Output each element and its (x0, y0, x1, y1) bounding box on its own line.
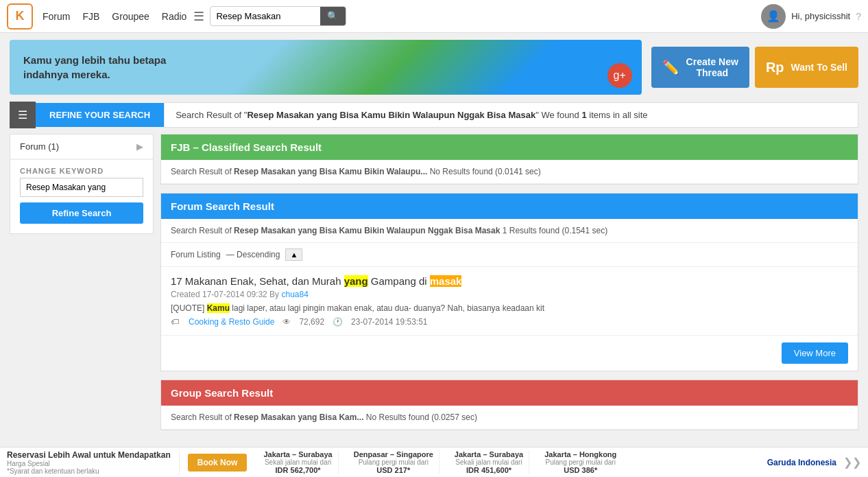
main-layout: Forum (1) ▶ CHANGE KEYWORD Refine Search… (10, 134, 858, 439)
forum-listing-order: — Descending (226, 250, 280, 259)
sidebar: Forum (1) ▶ CHANGE KEYWORD Refine Search (10, 134, 154, 234)
views-icon: 👁 (282, 317, 291, 327)
search-results: FJB – Classified Search Result Search Re… (160, 134, 858, 439)
change-keyword-label: CHANGE KEYWORD (10, 160, 153, 178)
nav-radio[interactable]: Radio (162, 11, 187, 22)
highlight-kamu: Kamu (207, 303, 230, 313)
forum-post-meta: Created 17-07-2014 09:32 By chua84 (171, 290, 848, 299)
gplus-icon[interactable]: g+ (607, 63, 632, 88)
help-icon[interactable]: ? (856, 11, 861, 22)
want-sell-label: Want To Sell (791, 62, 847, 73)
site-logo[interactable]: K (7, 3, 33, 30)
nav-groupee[interactable]: Groupee (112, 11, 149, 22)
banner-row: Kamu yang lebih tahu betapa indahnya mer… (0, 33, 868, 102)
pencil-icon: ✏️ (662, 59, 679, 75)
forum-listing-bar: Forum Listing — Descending ▲ (161, 243, 858, 267)
forum-post-tag-link[interactable]: Cooking & Resto Guide (189, 317, 274, 327)
sidebar-forum-label: Forum (1) (20, 141, 59, 152)
search-result-summary: Search Result of "Resep Masakan yang Bis… (164, 102, 858, 128)
forum-sort-button[interactable]: ▲ (285, 248, 302, 261)
search-bar: 🔍 (210, 6, 346, 26)
date-icon: 🕐 (333, 317, 343, 327)
fjb-section: FJB – Classified Search Result Search Re… (160, 134, 858, 185)
sidebar-refine-button[interactable]: Refine Search (20, 202, 143, 224)
banner-text: Kamu yang lebih tahu betapa indahnya mer… (23, 53, 166, 82)
forum-post-tags: 🏷 Cooking & Resto Guide 👁 72,692 🕐 23-07… (171, 317, 848, 327)
forum-post-title: 17 Makanan Enak, Sehat, dan Murah yang G… (171, 275, 848, 287)
banner-image: Kamu yang lebih tahu betapa indahnya mer… (10, 40, 642, 95)
forum-post-views: 72,692 (299, 317, 324, 327)
forum-post-quote: [QUOTE] Kamu lagi laper, atau lagi pingi… (171, 303, 848, 313)
rupiah-icon: Rp (766, 60, 784, 75)
create-thread-button[interactable]: ✏️ Create NewThread (651, 47, 749, 88)
refine-header: ☰ REFINE YOUR SEARCH Search Result of "R… (10, 102, 858, 128)
search-input[interactable] (210, 8, 320, 25)
forum-post-item: 17 Makanan Enak, Sehat, dan Murah yang G… (161, 267, 858, 336)
view-more-button[interactable]: View More (782, 342, 848, 364)
forum-section: Forum Search Result Search Result of Res… (160, 193, 858, 371)
highlight-masak: masak (430, 275, 462, 287)
view-more-row: View More (161, 336, 858, 371)
fjb-section-header: FJB – Classified Search Result (161, 135, 858, 160)
keyword-input-wrapper (20, 178, 143, 197)
forum-listing-label: Forum Listing (171, 250, 221, 259)
nav-hamburger-icon[interactable]: ☰ (193, 9, 204, 24)
search-button[interactable]: 🔍 (320, 7, 346, 25)
want-to-sell-button[interactable]: Rp Want To Sell (755, 47, 858, 88)
group-section-body: Search Result of Resep Masakan yang Bisa… (161, 406, 858, 430)
forum-section-body: Search Result of Resep Masakan yang Bisa… (161, 219, 858, 243)
nav-forum[interactable]: Forum (43, 11, 70, 22)
group-section-header: Group Search Result (161, 380, 858, 406)
avatar: 👤 (761, 4, 786, 29)
sidebar-toggle-button[interactable]: ☰ (10, 102, 36, 128)
nav-links: Forum FJB Groupee Radio (43, 11, 186, 22)
highlight-yang: yang (344, 275, 368, 287)
create-thread-label: Create NewThread (686, 56, 738, 78)
forum-post-date: 23-07-2014 19:53:51 (351, 317, 427, 327)
group-section: Group Search Result Search Result of Res… (160, 380, 858, 430)
refine-search-button[interactable]: REFINE YOUR SEARCH (36, 103, 164, 127)
top-navigation: K Forum FJB Groupee Radio ☰ 🔍 👤 Hi, phys… (0, 0, 868, 33)
fjb-section-body: Search Result of Resep Masakan yang Bisa… (161, 160, 858, 184)
chevron-right-icon: ▶ (136, 141, 143, 152)
user-area: 👤 Hi, physicisshit ? (761, 4, 861, 29)
username: Hi, physicisshit (791, 11, 850, 21)
nav-fjb[interactable]: FJB (82, 11, 99, 22)
forum-post-author-link[interactable]: chua84 (281, 290, 308, 299)
sidebar-item-forum[interactable]: Forum (1) ▶ (10, 135, 153, 159)
keyword-input[interactable] (20, 178, 143, 197)
tag-icon: 🏷 (171, 317, 179, 327)
forum-section-header: Forum Search Result (161, 194, 858, 219)
banner-actions: ✏️ Create NewThread Rp Want To Sell (651, 47, 858, 88)
